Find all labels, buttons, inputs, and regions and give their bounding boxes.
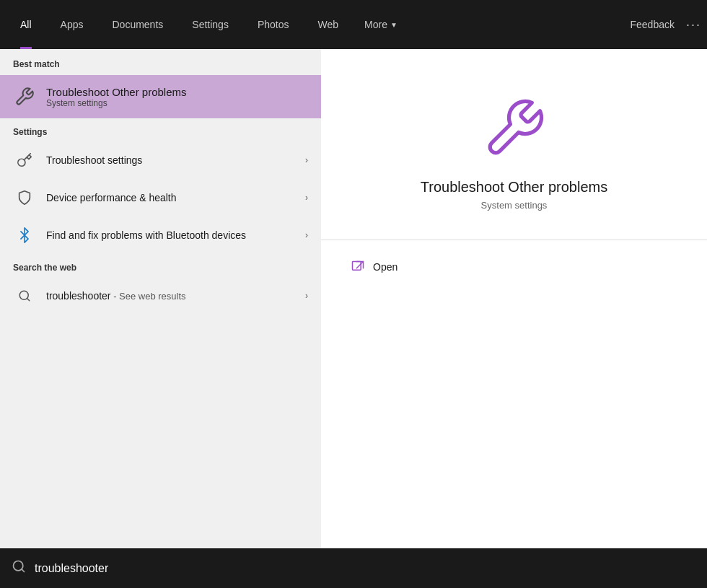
troubleshoot-label: Troubleshoot settings [46,154,295,166]
main-area: Best match Troubleshoot Other problems S… [0,49,707,548]
left-panel: Best match Troubleshoot Other problems S… [0,49,321,548]
right-panel: Troubleshoot Other problems System setti… [321,49,707,548]
device-label: Device performance & health [46,192,295,203]
detail-title: Troubleshoot Other problems [421,179,607,196]
open-external-icon [350,259,366,275]
best-match-label: Best match [0,49,321,75]
tab-apps[interactable]: Apps [46,0,98,49]
feedback-button[interactable]: Feedback [631,19,675,30]
web-section-label: Search the web [0,254,321,277]
tab-settings[interactable]: Settings [177,0,243,49]
more-chevron-icon: ▼ [390,21,398,29]
open-button[interactable]: Open [350,255,398,279]
key-icon [13,149,36,172]
tab-all[interactable]: All [6,0,46,49]
tab-documents[interactable]: Documents [97,0,177,49]
bluetooth-icon [13,224,36,247]
shield-icon [13,186,36,209]
tab-more[interactable]: More ▼ [353,0,409,49]
list-item-web-search[interactable]: troubleshooter - See web results › [0,277,321,315]
chevron-right-icon-3: › [305,230,308,240]
list-item-bluetooth[interactable]: Find and fix problems with Bluetooth dev… [0,216,321,254]
nav-right: Feedback ··· [631,17,702,32]
search-input[interactable] [35,562,695,575]
search-small-icon [13,284,36,307]
open-label: Open [373,261,398,273]
best-match-text: Troubleshoot Other problems System setti… [46,86,187,108]
web-search-label: troubleshooter - See web results [46,290,295,302]
chevron-right-icon: › [305,155,308,165]
best-match-item[interactable]: Troubleshoot Other problems System setti… [0,75,321,118]
bluetooth-label: Find and fix problems with Bluetooth dev… [46,229,295,242]
best-match-title: Troubleshoot Other problems [46,86,187,98]
top-nav: All Apps Documents Settings Photos Web M… [0,0,707,49]
best-match-subtitle: System settings [46,98,187,108]
list-item-troubleshoot[interactable]: Troubleshoot settings › [0,141,321,179]
divider [321,240,707,240]
detail-subtitle: System settings [481,200,548,211]
detail-wrench-icon [471,92,558,164]
search-bar-icon [12,559,26,577]
list-item-device[interactable]: Device performance & health › [0,179,321,216]
chevron-right-icon-4: › [305,291,308,301]
wrench-icon [13,85,36,108]
more-options-button[interactable]: ··· [686,17,701,32]
settings-section-label: Settings [0,118,321,141]
tab-photos[interactable]: Photos [243,0,304,49]
tab-web[interactable]: Web [303,0,353,49]
search-bar [0,548,707,588]
chevron-right-icon-2: › [305,193,308,203]
